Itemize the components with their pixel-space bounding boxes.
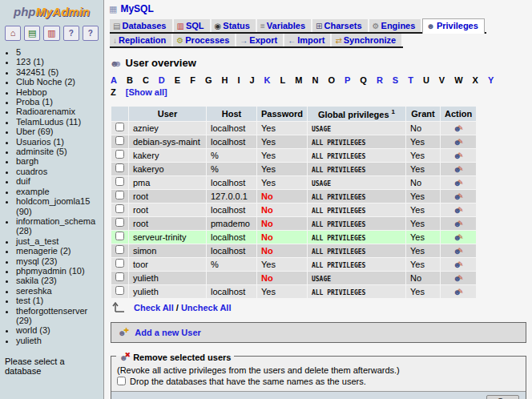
replication-icon: ↓: [113, 36, 117, 45]
database-list-item[interactable]: bargh: [16, 156, 99, 166]
edit-privileges-icon[interactable]: ☻✎: [453, 287, 464, 296]
tab-charsets[interactable]: ⊞Charsets: [312, 19, 367, 32]
action-cell: ☻✎: [441, 122, 476, 135]
database-list-item[interactable]: 123 (1): [16, 57, 99, 66]
edit-privileges-icon[interactable]: ☻✎: [453, 178, 464, 187]
database-list-item[interactable]: 5: [16, 47, 99, 57]
privileges-footnote-marker[interactable]: 1: [392, 108, 395, 115]
database-list-item[interactable]: phpmyadmin (10): [16, 266, 99, 276]
row-checkbox[interactable]: [115, 123, 124, 131]
tab-sql[interactable]: ▥SQL: [174, 19, 210, 32]
letter-link-a[interactable]: A: [111, 75, 117, 87]
charsets-icon: ⊞: [316, 22, 322, 30]
row-checkbox[interactable]: [115, 163, 124, 172]
letter-link-s[interactable]: S: [393, 75, 398, 87]
database-list-item[interactable]: Radioarenamix: [16, 107, 99, 116]
mysql-docs-icon[interactable]: ?: [83, 26, 99, 41]
tab-processes[interactable]: ⚙Processes: [173, 34, 235, 46]
row-checkbox[interactable]: [115, 232, 124, 240]
tab-privileges[interactable]: ☻Privileges: [422, 18, 485, 34]
password-cell: Yes: [257, 258, 307, 271]
phpmyadmin-logo[interactable]: phpMyAdmin: [5, 5, 99, 18]
tab-replication[interactable]: ↓Replication: [110, 34, 171, 46]
privileges-cell: ALL PRIVILEGES: [308, 244, 405, 257]
letter-link-r[interactable]: R: [377, 75, 383, 87]
database-list-item[interactable]: TelamLudus (11): [16, 117, 99, 127]
database-list-item[interactable]: example: [16, 187, 99, 196]
row-checkbox[interactable]: [115, 286, 124, 295]
user-cell: kakery: [129, 149, 206, 162]
edit-privileges-icon[interactable]: ☻✎: [453, 232, 464, 242]
letter-link-d[interactable]: D: [159, 75, 165, 87]
grant-cell: Yes: [406, 149, 440, 162]
row-checkbox[interactable]: [115, 191, 124, 200]
row-checkbox[interactable]: [115, 218, 124, 227]
tab-status[interactable]: ◉Status: [212, 19, 256, 32]
database-list-item[interactable]: yulieth: [16, 336, 99, 345]
phpmyadmin-docs-icon[interactable]: ?: [63, 26, 79, 41]
database-list-item[interactable]: just_a_test: [16, 236, 99, 246]
database-list-item[interactable]: theforgottenserver (29): [16, 306, 99, 326]
database-list-item[interactable]: world (3): [16, 325, 99, 335]
database-list-item[interactable]: adminsite (5): [16, 147, 99, 156]
edit-pencil-glyph: ✎: [457, 124, 464, 132]
action-cell: ☻✎: [441, 285, 476, 298]
tab-databases[interactable]: ▤Databases: [110, 19, 172, 32]
row-checkbox[interactable]: [115, 245, 124, 254]
database-list-item[interactable]: menagerie (2): [16, 246, 99, 256]
database-list-item[interactable]: Usuarios (1): [16, 137, 99, 147]
uncheck-all-link[interactable]: Uncheck All: [181, 303, 232, 312]
tab-export[interactable]: →Export: [236, 34, 283, 46]
database-list-item[interactable]: mysql (23): [16, 256, 99, 266]
database-list-item[interactable]: 342451 (5): [16, 67, 99, 77]
database-list-item[interactable]: sereshka: [16, 286, 99, 296]
database-list-item[interactable]: Proba (1): [16, 97, 99, 107]
edit-privileges-icon[interactable]: ☻✎: [453, 260, 464, 269]
row-checkbox[interactable]: [115, 272, 124, 281]
server-link[interactable]: ▦ MySQL: [109, 3, 532, 14]
edit-privileges-icon[interactable]: ☻✎: [453, 205, 464, 215]
edit-privileges-icon[interactable]: ☻✎: [453, 164, 464, 174]
password-cell: Yes: [257, 149, 307, 162]
table-row: rootlocalhostNoALL PRIVILEGESYes☻✎: [111, 204, 476, 216]
drop-databases-checkbox[interactable]: [117, 377, 126, 385]
letter-link-t[interactable]: T: [408, 75, 413, 87]
show-all-link[interactable]: [Show all]: [126, 87, 167, 97]
check-all-link[interactable]: Check All: [134, 303, 174, 312]
edit-privileges-icon[interactable]: ☻✎: [453, 123, 464, 133]
row-checkbox[interactable]: [115, 150, 124, 159]
database-list-item[interactable]: duif: [16, 176, 99, 186]
database-list-item[interactable]: Hebbop: [16, 87, 99, 97]
database-list-item[interactable]: sakila (23): [16, 276, 99, 285]
home-icon[interactable]: ⌂: [5, 26, 21, 41]
letter-link-y[interactable]: Y: [488, 75, 494, 87]
go-button[interactable]: Go: [486, 395, 519, 399]
letter-link-p[interactable]: P: [345, 75, 350, 87]
edit-privileges-icon[interactable]: ☻✎: [453, 137, 464, 147]
database-list-item[interactable]: test (1): [16, 296, 99, 305]
tab-synchronize[interactable]: ⇄Synchronize: [332, 34, 401, 46]
tab-variables[interactable]: ≡Variables: [257, 19, 311, 32]
add-new-user-link[interactable]: Add a new User: [135, 328, 201, 337]
logout-icon[interactable]: ▤: [24, 26, 40, 41]
database-list-item[interactable]: cuadros: [16, 167, 99, 176]
letter-link-k[interactable]: K: [264, 75, 271, 87]
edit-privileges-icon[interactable]: ☻✎: [453, 273, 464, 283]
edit-privileges-icon[interactable]: ☻✎: [453, 219, 464, 228]
database-list-item[interactable]: Uber (69): [16, 127, 99, 136]
database-list-item[interactable]: Club Noche (2): [16, 77, 99, 87]
row-checkbox[interactable]: [115, 177, 124, 186]
tab-engines[interactable]: ⚙Engines: [369, 19, 421, 32]
tab-import[interactable]: ←Import: [284, 34, 330, 46]
edit-privileges-icon[interactable]: ☻✎: [453, 246, 464, 256]
row-checkbox[interactable]: [115, 136, 124, 145]
host-cell: localhost: [207, 231, 256, 244]
edit-privileges-icon[interactable]: ☻✎: [453, 151, 464, 160]
row-checkbox[interactable]: [115, 259, 124, 268]
database-list-item[interactable]: information_schema (28): [16, 216, 99, 236]
letter-link-j: J: [249, 75, 254, 87]
database-list-item[interactable]: holdcom_joomla15 (90): [16, 196, 99, 216]
edit-privileges-icon[interactable]: ☻✎: [453, 191, 464, 201]
query-window-icon[interactable]: ▥: [43, 26, 59, 41]
row-checkbox[interactable]: [115, 204, 124, 213]
